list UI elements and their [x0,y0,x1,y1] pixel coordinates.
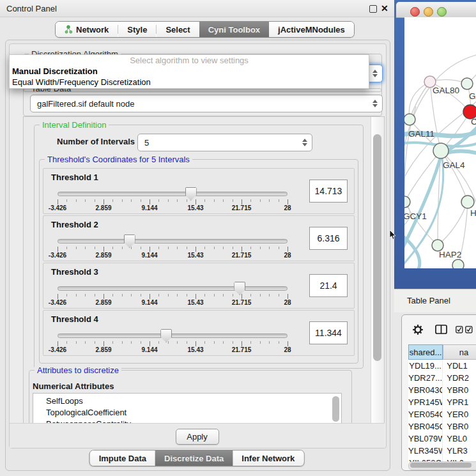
table-cell[interactable]: YDL1 [442,360,476,372]
select-columns-icon[interactable] [456,326,473,334]
network-node[interactable] [452,259,464,268]
table-cell[interactable]: YDR2 [442,372,476,384]
slider-track[interactable] [58,286,288,291]
table-cell[interactable]: YBL079W [408,433,442,445]
table-cell[interactable]: YLR345W [408,445,442,457]
close-window-icon[interactable]: ✕ [381,3,388,13]
number-of-intervals-combobox[interactable]: 5 [137,134,312,151]
threshold-slider-3[interactable] [58,281,288,294]
tick-label: 15.43 [187,299,203,306]
column-header-shared-[interactable]: shared... [408,344,443,360]
tick-mark [177,341,178,344]
table-cell[interactable]: YBR045C [408,420,442,433]
tick-mark [269,341,270,344]
table-row[interactable]: YDL19...YDL1 [408,360,476,372]
gear-icon[interactable] [412,324,424,335]
threshold-label: Threshold 2 [51,220,98,229]
table-data-combobox[interactable]: galFiltered.sif default node [30,95,383,112]
tick-mark [58,341,58,346]
table-cell[interactable]: YPR1 [442,396,476,408]
table-cell[interactable]: YER0 [442,408,476,420]
network-node-gal11[interactable] [404,114,415,125]
numerical-attributes-list[interactable]: SelfLoopsTopologicalCoefficientBetweenne… [33,393,342,424]
table-cell[interactable]: YBR0 [442,384,476,396]
tick-mark [95,294,95,296]
close-traffic-light-icon[interactable] [410,7,420,17]
table-row[interactable]: YBR045CYBR0 [408,420,476,433]
tab-select[interactable]: Select [157,22,199,37]
tick-mark [95,199,95,202]
table-cell[interactable]: YER054C [408,408,442,420]
column-header-na[interactable]: na [443,344,476,360]
split-panel-icon[interactable] [435,325,448,335]
table-row[interactable]: YBL079WYBL0 [408,433,476,445]
slider-track[interactable] [58,239,288,243]
slider-thumb[interactable] [185,187,197,201]
network-node-gal4[interactable] [433,143,449,158]
tick-mark [158,247,159,249]
table-row[interactable]: YER054CYER0 [408,408,476,420]
slider-thumb[interactable] [124,234,135,248]
threshold-slider-2[interactable] [58,234,288,247]
tick-label: 2.859 [95,299,111,306]
minimize-traffic-light-icon[interactable] [424,7,433,17]
tick-mark [250,247,251,249]
table-row[interactable]: YBR043CYBR0 [408,384,476,396]
threshold-value-field-2[interactable]: 6.316 [309,227,348,250]
tick-mark [233,294,233,296]
table-cell[interactable]: YPR145W [408,396,442,408]
threshold-value-field-3[interactable]: 21.4 [309,274,348,297]
network-node-gal[interactable] [461,78,473,89]
network-canvas[interactable]: GAL80GALCGAL11GAL4GCY1HHAP2 [404,17,476,268]
network-node-gcy1[interactable] [404,196,410,208]
network-node-h[interactable] [461,196,474,208]
table-cell[interactable]: YDL19... [408,360,442,372]
scrollbar-thumb[interactable] [410,463,472,468]
threshold-value-field-4[interactable]: 11.344 [309,321,348,344]
tab-jactivemnodules[interactable]: jActiveMNodules [269,22,354,37]
tick-mark [187,199,187,202]
threshold-slider-1[interactable] [58,187,288,199]
table-cell[interactable]: YDR27... [408,372,442,384]
table-cell[interactable]: YLR3 [442,445,476,457]
tick-mark [204,199,205,202]
settings-vertical-scrollbar[interactable] [371,117,384,424]
table-cell[interactable]: YBL0 [442,433,476,445]
network-edge [409,82,430,119]
attribute-item-topologicalcoefficient[interactable]: TopologicalCoefficient [33,407,341,418]
table-row[interactable]: YLR345WYLR3 [408,445,476,457]
slider-thumb[interactable] [234,282,245,295]
table-row[interactable]: YPR145WYPR1 [408,396,476,408]
table-cell[interactable]: YBR0 [442,420,476,433]
bottom-tab-discretize-data[interactable]: Discretize Data [155,450,233,466]
bottom-tab-impute-data[interactable]: Impute Data [90,450,155,466]
table-row[interactable]: YDR27...YDR2 [408,372,476,384]
float-window-icon[interactable] [369,5,377,13]
list-scrollbar-thumb[interactable] [332,396,339,422]
slider-ticks [58,294,288,299]
screen: Control Panel ✕ NetworkStyleSelectCyni T… [0,0,476,476]
slider-ticks [58,199,288,204]
bottom-tab-infer-network[interactable]: Infer Network [233,450,303,466]
table-cell[interactable]: YBR043C [408,384,442,396]
apply-button[interactable]: Apply [176,429,219,445]
table-horizontal-scrollbar[interactable] [408,461,476,470]
zoom-traffic-light-icon[interactable] [437,7,447,17]
algorithm-option-equal-width[interactable]: Equal Width/Frequency Discretization [10,77,369,88]
slider-track[interactable] [58,192,288,196]
attribute-item-selfloops[interactable]: SelfLoops [33,395,341,407]
tick-mark [260,341,261,344]
tab-network[interactable]: Network [56,22,118,37]
tick-mark [131,294,132,296]
algorithm-option-prompt[interactable]: Select algorithm to view settings [10,55,369,66]
slider-thumb[interactable] [160,329,172,342]
tick-mark [85,247,86,249]
tick-mark [288,199,288,204]
tab-cyni-toolbox[interactable]: Cyni Toolbox [199,22,269,37]
threshold-value-field-1[interactable]: 14.713 [309,180,348,203]
slider-track[interactable] [58,334,288,338]
tab-style[interactable]: Style [118,22,156,37]
scrollbar-thumb[interactable] [373,134,381,361]
threshold-slider-4[interactable] [58,328,288,341]
algorithm-option-manual[interactable]: Manual Discretization [10,66,369,77]
